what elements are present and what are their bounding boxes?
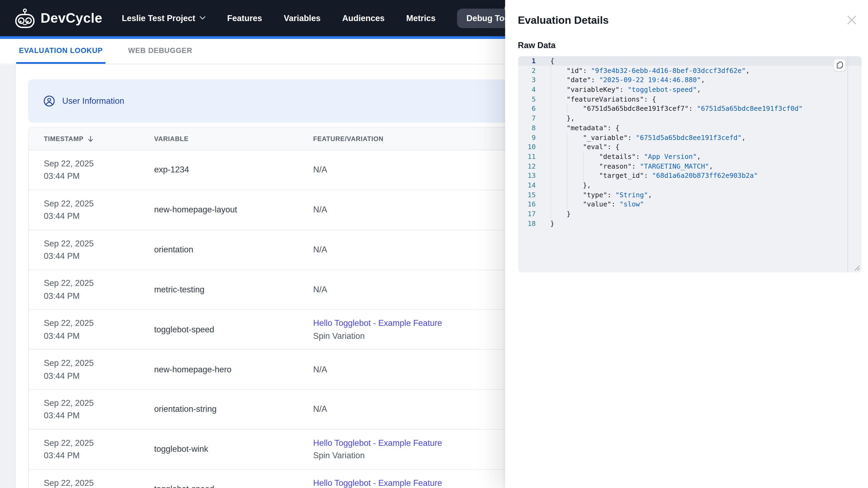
timestamp-date: Sep 22, 2025 <box>44 237 94 250</box>
json-token: "metadata" <box>566 123 607 133</box>
close-icon <box>844 12 859 28</box>
devcycle-logo[interactable]: DevCycle <box>14 7 102 29</box>
json-token: "6751d5a65bdc8ee191f3cef7" <box>583 104 688 113</box>
line-content: "id": "9f3e4b32-6ebb-4d16-8bef-03dccf3df… <box>536 66 750 75</box>
json-string-value: "togglebot-speed" <box>628 85 697 94</box>
line-content: } <box>536 219 554 228</box>
indent-guide <box>550 152 566 161</box>
timestamp-date: Sep 22, 2025 <box>44 197 94 210</box>
json-token: : <box>607 190 615 199</box>
indent-guide <box>566 142 583 152</box>
json-string-value: "String" <box>615 190 648 199</box>
json-token: } <box>550 219 554 228</box>
timestamp-value: Sep 22, 202503:44 PM <box>44 237 94 262</box>
nav-item-variables[interactable]: Variables <box>284 13 320 23</box>
timestamp-time: 03:44 PM <box>44 170 94 183</box>
raw-data-code-block[interactable]: 1{2"id": "9f3e4b32-6ebb-4d16-8bef-03dccf… <box>518 56 861 272</box>
devcycle-robot-icon <box>14 7 36 29</box>
timestamp-cell: Sep 22, 202503:44 PM <box>29 237 154 262</box>
resize-grip-icon[interactable] <box>854 265 860 271</box>
nav-item-metrics[interactable]: Metrics <box>406 13 436 23</box>
line-number: 7 <box>518 113 536 123</box>
nav-item-audiences[interactable]: Audiences <box>342 13 384 23</box>
json-token: "eval" <box>583 142 607 152</box>
timestamp-date: Sep 22, 2025 <box>44 437 94 449</box>
line-content: { <box>536 56 554 66</box>
code-scrollbar-track[interactable] <box>847 56 848 272</box>
line-content: "details": "App Version", <box>536 152 701 161</box>
json-token: , <box>697 152 701 161</box>
timestamp-time: 03:44 PM <box>44 410 94 422</box>
code-line: 17} <box>518 209 861 219</box>
json-token: : <box>611 200 620 209</box>
line-number: 17 <box>518 209 536 219</box>
json-token: : { <box>607 142 620 152</box>
indent-guide <box>550 123 566 133</box>
line-number: 12 <box>518 161 536 171</box>
primary-nav: Leslie Test Project FeaturesVariablesAud… <box>122 13 435 23</box>
code-line: 3"date": "2025-09-22 19:44:46.880", <box>518 75 861 85</box>
line-content: "_variable": "6751d5a65bdc8ee191f3cefd", <box>536 133 746 142</box>
raw-data-heading: Raw Data <box>518 40 556 50</box>
line-number: 8 <box>518 123 536 133</box>
line-number: 16 <box>518 200 536 209</box>
line-content: "value": "slow" <box>536 200 644 209</box>
json-string-value: "68d1a6a20b873ff62e903b2a" <box>652 171 758 181</box>
indent-guide <box>566 171 583 181</box>
json-token: , <box>697 85 701 94</box>
project-selector[interactable]: Leslie Test Project <box>122 13 206 23</box>
json-token: : <box>620 85 628 94</box>
app-window: DevCycle Leslie Test Project FeaturesVar… <box>0 0 868 488</box>
column-header-timestamp[interactable]: TIMESTAMP <box>29 135 154 142</box>
indent-guide <box>583 161 599 171</box>
json-string-value: "App Version" <box>644 152 697 161</box>
copy-button[interactable] <box>833 59 846 71</box>
json-token: }, <box>566 113 575 123</box>
json-token: "featureVariations" <box>566 95 644 104</box>
timestamp-time: 03:44 PM <box>44 369 94 382</box>
nav-item-features[interactable]: Features <box>227 13 262 23</box>
json-token: : <box>591 75 599 85</box>
json-token: } <box>566 209 570 219</box>
sort-descending-icon <box>87 135 94 142</box>
timestamp-time: 03:44 PM <box>44 449 94 462</box>
tab-evaluation-lookup[interactable]: EVALUATION LOOKUP <box>16 39 105 64</box>
indent-guide <box>550 75 566 85</box>
code-line: 7}, <box>518 113 861 123</box>
indent-guide <box>566 200 583 209</box>
line-content: "featureVariations": { <box>536 95 656 104</box>
line-number: 9 <box>518 133 536 142</box>
line-number: 18 <box>518 219 536 228</box>
timestamp-value: Sep 22, 202503:44 PM <box>44 157 94 183</box>
json-token: "date" <box>566 75 591 85</box>
json-token: , <box>701 75 705 85</box>
variable-cell: togglebot-wink <box>154 445 313 454</box>
line-content: }, <box>536 181 591 190</box>
tab-web-debugger[interactable]: WEB DEBUGGER <box>125 39 195 64</box>
variable-cell: new-homepage-hero <box>154 364 313 374</box>
line-number: 4 <box>518 85 536 94</box>
column-header-variable[interactable]: VARIABLE <box>154 135 313 142</box>
nav-items-container: FeaturesVariablesAudiencesMetrics <box>227 13 436 23</box>
banner-title: User Information <box>62 96 124 106</box>
indent-guide <box>550 190 566 199</box>
json-token: : { <box>607 123 620 133</box>
code-lines: 1{2"id": "9f3e4b32-6ebb-4d16-8bef-03dccf… <box>518 56 861 228</box>
timestamp-cell: Sep 22, 202503:44 PM <box>29 157 154 183</box>
indent-guide <box>550 133 566 142</box>
close-panel-button[interactable] <box>844 12 859 28</box>
timestamp-date: Sep 22, 2025 <box>44 277 94 290</box>
json-token: : <box>689 104 697 113</box>
timestamp-cell: Sep 22, 202503:44 PM <box>29 317 154 343</box>
json-token: : <box>632 161 640 171</box>
json-string-value: "9f3e4b32-6ebb-4d16-8bef-03dccf3df62e" <box>591 66 746 75</box>
indent-guide <box>550 66 566 75</box>
indent-guide <box>550 85 566 94</box>
json-token: : <box>636 152 644 161</box>
indent-guide <box>550 200 566 209</box>
indent-guide <box>550 171 566 181</box>
line-content: "6751d5a65bdc8ee191f3cef7": "6751d5a65bd… <box>536 104 803 113</box>
json-token: { <box>550 56 554 66</box>
json-token: "target_id" <box>599 171 644 181</box>
variable-cell: orientation <box>154 245 313 255</box>
